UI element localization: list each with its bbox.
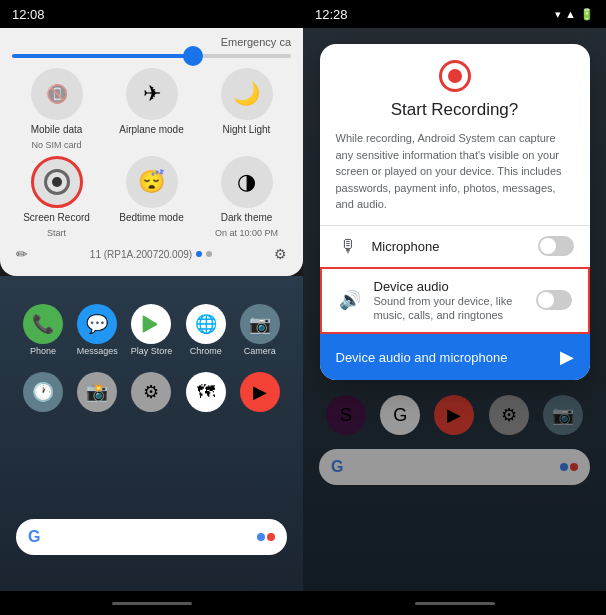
right-phone: 12:28 ▾ ▲ 🔋 📞 Phone 💬 Messages [303, 0, 606, 615]
dot-blue [257, 533, 265, 541]
youtube-app-icon: ▶ [240, 372, 280, 412]
rec-circle-inner [448, 69, 462, 83]
playstore-app-label: Play Store [131, 346, 173, 356]
emergency-text: Emergency ca [12, 36, 291, 48]
right-status-bar: 12:28 ▾ ▲ 🔋 [303, 0, 606, 28]
playstore-app-icon [131, 304, 171, 344]
version-string: 11 (RP1A.200720.009) [90, 249, 192, 260]
device-audio-option[interactable]: 🔊 Device audio Sound from your device, l… [320, 267, 590, 335]
device-audio-mic-label: Device audio and microphone [336, 350, 508, 365]
left-app-settings[interactable]: ⚙ [127, 372, 175, 412]
bedtime-mode-icon-wrap: 😴 [126, 156, 178, 208]
qs-tile-screen-record[interactable]: Screen Record Start [12, 156, 101, 238]
dot-red [267, 533, 275, 541]
phone-app-icon: 📞 [23, 304, 63, 344]
airplane-icon: ✈ [143, 81, 161, 107]
left-home-indicator [0, 591, 303, 615]
mobile-data-icon: 📵 [46, 83, 68, 105]
qs-tile-night-light[interactable]: 🌙 Night Light [202, 68, 291, 150]
photos-app-icon: 📸 [77, 372, 117, 412]
signal-icon: ▲ [565, 8, 576, 20]
screen-rec-dot [52, 177, 62, 187]
left-app-phone[interactable]: 📞 Phone [19, 304, 67, 356]
screen-record-sublabel: Start [47, 228, 66, 238]
qs-version-row: ✏ 11 (RP1A.200720.009) ⚙ [12, 238, 291, 262]
version-text: 11 (RP1A.200720.009) [90, 249, 212, 260]
device-audio-text: Device audio Sound from your device, lik… [374, 279, 524, 323]
brightness-thumb [183, 46, 203, 66]
screen-record-icon [44, 169, 70, 195]
start-arrow-icon: ▶ [560, 346, 574, 368]
dialog-footer-bar: Device audio and microphone ▶ [320, 334, 590, 380]
bedtime-icon: 😴 [138, 169, 165, 195]
night-light-icon: 🌙 [233, 81, 260, 107]
left-search-bar[interactable]: G [16, 519, 287, 555]
dark-theme-icon-wrap: ◑ [221, 156, 273, 208]
bedtime-mode-label: Bedtime mode [119, 212, 183, 224]
messages-app-icon: 💬 [77, 304, 117, 344]
left-app-playstore[interactable]: Play Store [127, 304, 175, 356]
device-audio-toggle[interactable] [536, 290, 572, 310]
dialog-body: While recording, Android System can capt… [320, 130, 590, 225]
home-bar [112, 602, 192, 605]
quick-settings-panel: Emergency ca 📵 Mobile data No SIM card ✈ [0, 28, 303, 276]
maps-app-icon: 🗺 [186, 372, 226, 412]
brightness-row [12, 54, 291, 58]
night-light-icon-wrap: 🌙 [221, 68, 273, 120]
mobile-data-label: Mobile data [31, 124, 83, 136]
right-home-indicator [303, 591, 606, 615]
chrome-app-label: Chrome [190, 346, 222, 356]
screen-record-label: Screen Record [23, 212, 90, 224]
microphone-icon: 🎙 [336, 236, 360, 257]
dialog-title: Start Recording? [320, 100, 590, 120]
right-time: 12:28 [315, 7, 348, 22]
left-app-photos[interactable]: 📸 [73, 372, 121, 412]
microphone-option[interactable]: 🎙 Microphone [320, 225, 590, 267]
recording-icon [320, 60, 590, 92]
camera-app-icon: 📷 [240, 304, 280, 344]
left-app-row-2: 🕐 📸 ⚙ 🗺 ▶ [0, 364, 303, 420]
rec-circle-outer [439, 60, 471, 92]
wifi-icon: ▾ [555, 8, 561, 21]
left-phone: 12:08 Emergency ca 📵 Mobile data No SIM … [0, 0, 303, 615]
qs-tiles-grid: 📵 Mobile data No SIM card ✈ Airplane mod… [12, 68, 291, 238]
pencil-icon: ✏ [16, 246, 28, 262]
messages-app-label: Messages [77, 346, 118, 356]
battery-icon: 🔋 [580, 8, 594, 21]
left-app-row-1: 📞 Phone 💬 Messages Play Store 🌐 Chrome 📷… [0, 296, 303, 364]
device-audio-icon: 🔊 [338, 289, 362, 311]
dialog-overlay: Start Recording? While recording, Androi… [303, 28, 606, 591]
brightness-fill [12, 54, 193, 58]
airplane-mode-label: Airplane mode [119, 124, 183, 136]
right-home-bar [415, 602, 495, 605]
screen-record-icon-wrap [31, 156, 83, 208]
airplane-mode-icon-wrap: ✈ [126, 68, 178, 120]
night-light-label: Night Light [223, 124, 271, 136]
clock-app-icon: 🕐 [23, 372, 63, 412]
settings-app-icon: ⚙ [131, 372, 171, 412]
left-app-camera[interactable]: 📷 Camera [236, 304, 284, 356]
right-wallpaper-container: 📞 Phone 💬 Messages Play Store 🌐 Chrome [303, 28, 606, 591]
left-status-bar: 12:08 [0, 0, 303, 28]
dot-gray [206, 251, 212, 257]
dark-theme-icon: ◑ [237, 169, 256, 195]
gear-icon[interactable]: ⚙ [274, 246, 287, 262]
left-app-chrome[interactable]: 🌐 Chrome [182, 304, 230, 356]
status-icons: ▾ ▲ 🔋 [555, 8, 594, 21]
brightness-slider[interactable] [12, 54, 291, 58]
qs-tile-dark-theme[interactable]: ◑ Dark theme On at 10:00 PM [202, 156, 291, 238]
mobile-data-icon-wrap: 📵 [31, 68, 83, 120]
left-wallpaper: 📞 Phone 💬 Messages Play Store 🌐 Chrome 📷… [0, 276, 303, 591]
left-app-maps[interactable]: 🗺 [182, 372, 230, 412]
left-time: 12:08 [12, 7, 45, 22]
microphone-label: Microphone [372, 239, 526, 254]
qs-tile-mobile-data[interactable]: 📵 Mobile data No SIM card [12, 68, 101, 150]
dot-blue [196, 251, 202, 257]
start-recording-dialog: Start Recording? While recording, Androi… [320, 44, 590, 380]
left-app-clock[interactable]: 🕐 [19, 372, 67, 412]
left-app-youtube[interactable]: ▶ [236, 372, 284, 412]
left-app-messages[interactable]: 💬 Messages [73, 304, 121, 356]
qs-tile-bedtime-mode[interactable]: 😴 Bedtime mode [107, 156, 196, 238]
microphone-toggle[interactable] [538, 236, 574, 256]
qs-tile-airplane-mode[interactable]: ✈ Airplane mode [107, 68, 196, 150]
